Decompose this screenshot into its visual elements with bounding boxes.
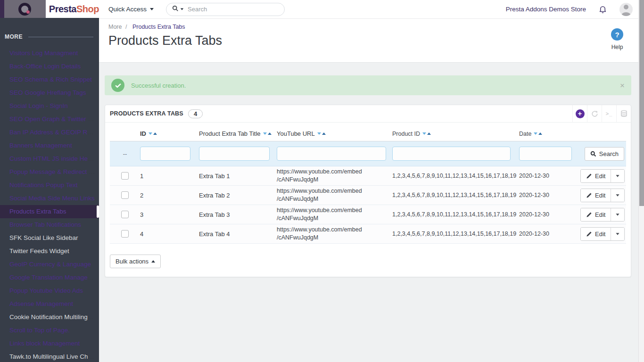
column-header-title[interactable]: Product Extra Tab Title	[199, 130, 277, 137]
edit-button[interactable]: Edit	[581, 208, 611, 221]
database-icon	[620, 110, 628, 118]
filter-product-id-input[interactable]	[392, 147, 511, 161]
sidebar-item[interactable]: Back-Office Login Details	[0, 60, 99, 73]
table-row: 1Extra Tab 1https://www.youtube.com/embe…	[110, 166, 626, 186]
table-row: 2Extra Tab 2https://www.youtube.com/embe…	[110, 186, 626, 205]
edit-dropdown-toggle[interactable]	[611, 189, 624, 202]
help-button[interactable]: ? Help	[611, 28, 623, 50]
column-header-id[interactable]: ID	[140, 130, 199, 137]
sidebar-item-label: SEO Google Hreflang Tags	[9, 89, 86, 96]
sidebar-item[interactable]: Popup Message & Redirect Butt...	[0, 165, 99, 179]
sidebar-item[interactable]: Social Login - SignIn	[0, 99, 99, 113]
search-input[interactable]	[188, 6, 280, 13]
notifications-bell-icon[interactable]	[598, 5, 607, 14]
sidebar-item[interactable]: GeoIP Currency & Language	[0, 258, 99, 271]
user-avatar[interactable]	[619, 3, 633, 16]
close-icon[interactable]: ×	[620, 82, 625, 90]
column-header-date[interactable]: Date	[519, 131, 580, 137]
filter-id-input[interactable]	[140, 147, 190, 161]
sidebar-item[interactable]: Visitors Log Managment	[0, 47, 99, 60]
sort-desc-icon[interactable]	[422, 132, 426, 135]
sidebar-item[interactable]: Twitter Feeds Widget	[0, 245, 99, 258]
quick-access-dropdown[interactable]: Quick Access	[108, 6, 154, 13]
add-new-button[interactable]: +	[572, 105, 587, 122]
sidebar-item-label: Back-Office Login Details	[9, 63, 81, 70]
sidebar-item-label: Social Login - SignIn	[9, 102, 68, 109]
export-sql-button[interactable]	[616, 105, 631, 122]
store-name-link[interactable]: Presta Addons Demos Store	[506, 6, 586, 13]
sort-asc-icon[interactable]	[427, 132, 431, 135]
sidebar-item[interactable]: Google Translation Management	[0, 271, 99, 284]
cell-date: 2020-12-30	[519, 192, 580, 198]
bulk-actions-button[interactable]: Bulk actions	[110, 255, 161, 268]
row-checkbox[interactable]	[121, 230, 129, 238]
sidebar-item[interactable]: SFK Social Like Sidebar	[0, 231, 99, 245]
sidebar-item-label: Adsense Management	[9, 300, 73, 307]
sidebar-item-label: Products Extra Tabs	[9, 208, 66, 215]
sidebar-item-label: SEO Open Graph & Twitter Car...	[9, 115, 99, 123]
sort-desc-icon[interactable]	[534, 132, 537, 135]
page-header: More / Products Extra Tabs Products Extr…	[99, 19, 638, 63]
edit-button[interactable]: Edit	[581, 228, 611, 240]
global-search[interactable]	[166, 3, 285, 16]
edit-dropdown-toggle[interactable]	[611, 170, 624, 182]
sidebar-item[interactable]: Social Media Side Menu Links	[0, 192, 99, 205]
row-checkbox[interactable]	[121, 191, 129, 199]
breadcrumb-separator: /	[125, 24, 127, 30]
edit-button-group: Edit	[580, 189, 625, 202]
sidebar-item[interactable]: Popup Youtube Video Ads	[0, 284, 99, 297]
sidebar-item[interactable]: SEO Schema & Rich Snippet	[0, 73, 99, 86]
row-checkbox[interactable]	[121, 172, 129, 180]
column-header-product-id[interactable]: Product ID	[392, 131, 519, 137]
sidebar-item[interactable]: Banners Management	[0, 139, 99, 152]
scrollbar-thumb[interactable]	[639, 0, 644, 206]
sort-desc-icon[interactable]	[263, 132, 267, 135]
filter-title-input[interactable]	[199, 147, 270, 161]
console-button[interactable]: >_	[602, 105, 616, 122]
breadcrumb-parent[interactable]: More	[108, 24, 122, 30]
cell-id: 1	[140, 173, 199, 180]
filter-youtube-url-input[interactable]	[277, 147, 386, 161]
row-checkbox[interactable]	[121, 211, 129, 218]
pencil-icon	[586, 231, 592, 237]
sort-asc-icon[interactable]	[322, 132, 326, 135]
edit-dropdown-toggle[interactable]	[611, 208, 624, 221]
sidebar-item[interactable]: Cookie Notification Multilingual	[0, 311, 99, 324]
sort-desc-icon[interactable]	[317, 132, 321, 135]
sort-asc-icon[interactable]	[153, 132, 157, 135]
sidebar-item[interactable]: SEO Open Graph & Twitter Car...	[0, 113, 99, 126]
sort-asc-icon[interactable]	[268, 132, 272, 135]
edit-button[interactable]: Edit	[581, 170, 611, 182]
edit-button-group: Edit	[580, 169, 625, 183]
sidebar-item[interactable]: Tawk.to Multilingual Live Chat S...	[0, 350, 99, 362]
table: ID Product Extra Tab Title YouTube URL P…	[105, 123, 631, 277]
edit-button[interactable]: Edit	[581, 189, 611, 202]
sort-desc-icon[interactable]	[149, 132, 152, 135]
cell-title: Extra Tab 1	[199, 173, 277, 180]
bulk-actions-row: Bulk actions	[110, 255, 626, 268]
edit-dropdown-toggle[interactable]	[611, 228, 624, 240]
filter-dash: --	[123, 150, 127, 157]
sidebar-item[interactable]: Products Extra Tabs	[0, 205, 99, 218]
edit-button-label: Edit	[595, 192, 605, 199]
sidebar-item[interactable]: Custom HTML JS inside Head T...	[0, 152, 99, 165]
sidebar-item[interactable]: Ban IP Address & GEOIP Redirect	[0, 126, 99, 139]
sidebar-item[interactable]: Browser Tab Notifications	[0, 218, 99, 231]
sidebar-item[interactable]: SEO Google Hreflang Tags	[0, 86, 99, 99]
search-scope-caret-icon[interactable]	[181, 8, 183, 10]
cell-title: Extra Tab 2	[199, 192, 277, 199]
sidebar-item[interactable]: Adsense Management	[0, 297, 99, 311]
panel-header: PRODUCTS EXTRA TABS 4 + >_	[105, 105, 631, 123]
sidebar-item[interactable]: Scroll to Top of Page.	[0, 324, 99, 337]
column-header-youtube-url[interactable]: YouTube URL	[277, 130, 392, 137]
brand-header[interactable]: PrestaShop	[0, 0, 99, 18]
help-icon: ?	[611, 28, 623, 41]
search-button[interactable]: Search	[585, 147, 624, 161]
sort-asc-icon[interactable]	[538, 132, 542, 135]
page-scrollbar[interactable]	[638, 0, 644, 362]
sidebar: PrestaShop MORE Visitors Log ManagmentBa…	[0, 0, 99, 362]
refresh-button[interactable]	[587, 105, 602, 122]
filter-date-input[interactable]	[519, 147, 572, 161]
sidebar-item[interactable]: Links block Management	[0, 337, 99, 350]
sidebar-item[interactable]: Notifications Popup Text	[0, 179, 99, 192]
